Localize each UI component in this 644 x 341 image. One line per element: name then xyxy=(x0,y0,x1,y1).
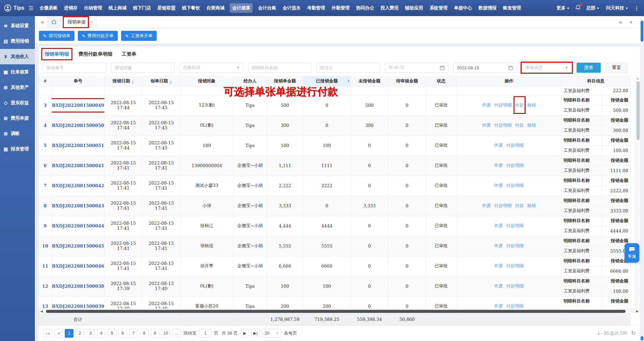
row-index-link[interactable]: 13 xyxy=(42,304,48,309)
scrollbar-thumb[interactable] xyxy=(637,81,640,140)
search-button[interactable]: 搜索 xyxy=(577,63,601,73)
bill-no-link[interactable]: BXDJ2022081500041 xyxy=(52,163,104,168)
tab-baoxiao-danju[interactable]: 报销单据 × xyxy=(61,16,97,28)
page-button-8[interactable]: 8 xyxy=(140,329,149,338)
sort-icon[interactable] xyxy=(169,81,172,84)
row-index-link[interactable]: 11 xyxy=(42,264,48,269)
date-end-input[interactable]: 2022-08-15 xyxy=(453,63,517,73)
nav-item-外勤管理[interactable]: 外勤管理 xyxy=(330,3,351,13)
subject-name-input[interactable] xyxy=(248,63,312,73)
row-index-link[interactable]: 8 xyxy=(44,203,47,208)
row-index-link[interactable]: 12 xyxy=(42,284,48,289)
bill-no-link[interactable]: BXDJ2022081500044 xyxy=(52,223,104,228)
page-button-1[interactable]: 1 xyxy=(65,329,73,338)
kebab-menu-icon[interactable]: ⋮ xyxy=(634,5,639,11)
op-link-核销[interactable]: 核销 xyxy=(527,103,536,108)
op-link-作废[interactable]: 作废 xyxy=(494,223,503,228)
collapse-tabs-icon[interactable]: « xyxy=(38,19,47,25)
h-scroll-track[interactable] xyxy=(45,310,634,313)
reset-button[interactable]: 重置 xyxy=(605,63,628,73)
nav-item-出纳管理[interactable]: 出纳管理 xyxy=(83,3,103,13)
bill-no-link[interactable]: BXDJ2022081500051 xyxy=(52,143,104,148)
op-link-核销[interactable]: 核销 xyxy=(527,123,536,128)
nav-item-考勤管理[interactable]: 考勤管理 xyxy=(306,3,326,13)
page-button-4[interactable]: 4 xyxy=(97,329,106,338)
page-button-6[interactable]: 6 xyxy=(118,329,127,338)
expand-tabs-icon[interactable]: » xyxy=(619,19,622,25)
close-icon[interactable]: × xyxy=(90,19,93,24)
nav-item-投入费用[interactable]: 投入费用 xyxy=(379,3,399,13)
page-button-3[interactable]: 3 xyxy=(86,329,95,338)
op-link-作废[interactable]: 作废 xyxy=(482,123,491,128)
sub-tab-工资单[interactable]: 工资单 xyxy=(122,51,137,57)
sidebar-item-股东权益[interactable]: ◇股东权益 xyxy=(0,95,35,111)
table-vertical-scrollbar[interactable]: ▲ xyxy=(635,76,640,309)
nav-item-企微易帐[interactable]: 企微易帐 xyxy=(39,3,59,13)
sidebar-item-往来核算[interactable]: ▦往来核算 xyxy=(0,64,35,80)
h-scroll-thumb[interactable] xyxy=(46,310,626,313)
op-link-付款[interactable]: 付款 xyxy=(515,103,524,108)
op-link-作废[interactable]: 作废 xyxy=(494,243,503,248)
toolbar-button-费用付款开单[interactable]: ✎费用付款开单 xyxy=(78,31,118,41)
page-button-9[interactable]: 9 xyxy=(151,329,159,338)
row-index-link[interactable]: 5 xyxy=(44,143,47,148)
row-index-link[interactable]: 6 xyxy=(44,163,47,168)
table-horizontal-scrollbar[interactable]: ◀ ▶ xyxy=(39,309,640,314)
sidebar-item-报表管理[interactable]: ▥报表管理 xyxy=(0,141,35,157)
page-size-select[interactable]: 20 ▼ xyxy=(262,329,281,338)
tab-list-chevron-icon[interactable]: ∨ xyxy=(629,19,633,24)
bill-no-link[interactable]: BXDJ2022081500046 xyxy=(52,264,104,269)
prev-page-button[interactable]: ◀ xyxy=(54,329,63,338)
op-link-付款明细[interactable]: 付款明细 xyxy=(494,103,512,108)
sidebar-item-基础设置[interactable]: ≋基础设置 xyxy=(0,18,35,33)
bill-no-link[interactable]: BXDJ2022081500038 xyxy=(52,284,104,289)
op-link-付款明细[interactable]: 付款明细 xyxy=(506,263,524,268)
toolbar-button-填写报销单[interactable]: ✎填写报销单 xyxy=(39,31,74,41)
nav-item-星链联盟[interactable]: 星链联盟 xyxy=(156,3,176,13)
sidebar-item-调帐[interactable]: ⊞调帐 xyxy=(0,126,35,141)
status-select[interactable]: 单据状态 ▼ xyxy=(522,63,572,73)
nav-item-数据情报[interactable]: 数据情报 xyxy=(477,3,497,13)
nav-item-协同办公[interactable]: 协同办公 xyxy=(355,3,375,13)
scroll-right-icon[interactable]: ▶ xyxy=(634,310,640,313)
op-link-作废[interactable]: 作废 xyxy=(494,303,503,309)
op-link-付款明细[interactable]: 付款明细 xyxy=(506,303,524,309)
op-link-作废[interactable]: 作废 xyxy=(494,143,503,148)
bill-no-link[interactable]: BXDJ2022081500049 xyxy=(52,103,104,108)
sidebar-item-费用单据[interactable]: ⊞费用单据 xyxy=(0,111,35,126)
ledger-account-select[interactable]: 总账科目 ▼ xyxy=(179,63,243,73)
op-link-付款[interactable]: 付款 xyxy=(515,203,524,208)
row-index-link[interactable]: 7 xyxy=(44,183,47,188)
nav-item-会计台账[interactable]: 会计台账 xyxy=(257,3,277,13)
op-link-付款明细[interactable]: 付款明细 xyxy=(506,223,524,228)
nav-item-单据中心[interactable]: 单据中心 xyxy=(453,3,473,13)
nav-item-进销存[interactable]: 进销存 xyxy=(63,3,79,13)
customer-service-button[interactable]: 客服 xyxy=(625,243,639,263)
page-button-2[interactable]: 2 xyxy=(75,329,84,338)
next-page-button[interactable]: ▶ xyxy=(240,329,249,338)
jump-page-input[interactable] xyxy=(199,329,211,338)
refresh-icon[interactable]: ↻ xyxy=(631,330,636,336)
sub-tab-费用付款单明细[interactable]: 费用付款单明细 xyxy=(78,51,113,57)
notification-bell-icon[interactable] xyxy=(575,5,581,11)
op-link-作废[interactable]: 作废 xyxy=(494,283,503,288)
scroll-up-icon[interactable]: ▲ xyxy=(636,76,640,80)
agent-input[interactable] xyxy=(316,63,380,73)
sidebar-item-其他资产[interactable]: ⊞其他资产 xyxy=(0,80,35,95)
nav-item-more[interactable]: 更多▼ xyxy=(555,3,571,13)
bill-no-link[interactable]: BXDJ2022081500050 xyxy=(52,123,104,128)
op-link-付款明细[interactable]: 付款明细 xyxy=(506,183,524,188)
page-button-10[interactable]: 10 xyxy=(161,329,170,338)
page-button-5[interactable]: 5 xyxy=(108,329,116,338)
op-link-作废[interactable]: 作废 xyxy=(494,163,503,168)
sidebar-item-费用报销[interactable]: ▤费用报销 xyxy=(0,33,35,49)
nav-item-会计核算[interactable]: 会计核算 xyxy=(230,3,253,13)
bill-no-link[interactable]: BXDJ2022081500042 xyxy=(52,183,104,188)
row-index-link[interactable]: 3 xyxy=(44,103,47,108)
op-link-付款明细[interactable]: 付款明细 xyxy=(506,283,524,288)
op-link-付款明细[interactable]: 付款明细 xyxy=(494,203,512,208)
nav-item-系统管理[interactable]: 系统管理 xyxy=(428,3,448,13)
op-link-付款明细[interactable]: 付款明细 xyxy=(506,143,524,148)
sort-icon[interactable] xyxy=(131,81,134,84)
chevron-right-icon[interactable]: › xyxy=(347,77,349,83)
